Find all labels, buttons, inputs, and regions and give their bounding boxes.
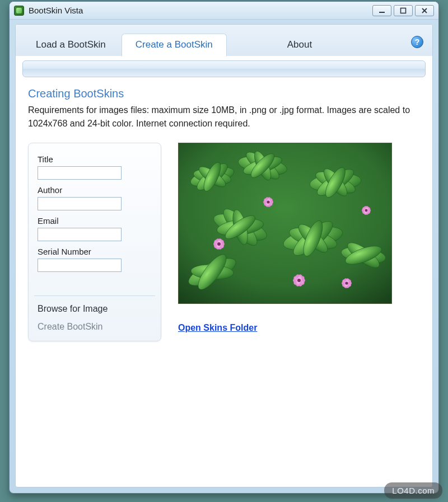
email-input[interactable] bbox=[38, 228, 122, 241]
email-label: Email bbox=[38, 216, 152, 226]
svg-point-47 bbox=[267, 200, 269, 203]
tab-load-bootskin[interactable]: Load a BootSkin bbox=[22, 34, 119, 56]
watermark: LO4D.com bbox=[384, 482, 442, 499]
columns: Title Author Email Serial Number Browse … bbox=[28, 143, 420, 341]
minimize-button[interactable] bbox=[372, 5, 391, 16]
preview-column: Open Skins Folder bbox=[178, 143, 420, 333]
preview-image-icon bbox=[179, 143, 392, 304]
create-bootskin-link[interactable]: Create BootSkin bbox=[29, 316, 161, 341]
svg-point-41 bbox=[217, 242, 221, 246]
section-title: Creating BootSkins bbox=[28, 87, 420, 100]
help-icon[interactable]: ? bbox=[411, 36, 423, 48]
minimize-icon bbox=[379, 7, 385, 14]
open-skins-folder-link[interactable]: Open Skins Folder bbox=[178, 323, 257, 333]
svg-rect-0 bbox=[379, 12, 385, 13]
form-card: Title Author Email Serial Number Browse … bbox=[28, 143, 161, 341]
tab-create-bootskin[interactable]: Create a BootSkin bbox=[122, 34, 227, 57]
svg-point-53 bbox=[297, 279, 301, 282]
author-label: Author bbox=[38, 185, 152, 195]
browse-for-image-link[interactable]: Browse for Image bbox=[29, 296, 161, 316]
title-label: Title bbox=[38, 154, 152, 164]
section-description: Requirements for images files: maximum s… bbox=[28, 104, 420, 130]
close-icon bbox=[421, 7, 428, 14]
app-icon bbox=[14, 6, 24, 16]
author-input[interactable] bbox=[38, 197, 122, 210]
toolbar-bar bbox=[22, 60, 426, 77]
tab-strip: Load a BootSkin Create a BootSkin About bbox=[16, 34, 432, 56]
window-title: BootSkin Vista bbox=[29, 6, 83, 15]
body-area: Creating BootSkins Requirements for imag… bbox=[16, 77, 432, 341]
close-button[interactable] bbox=[415, 5, 434, 16]
svg-rect-1 bbox=[401, 8, 406, 13]
svg-point-65 bbox=[365, 209, 368, 212]
maximize-button[interactable] bbox=[394, 5, 413, 16]
serial-label: Serial Number bbox=[38, 247, 152, 256]
maximize-icon bbox=[400, 7, 407, 14]
form-inner: Title Author Email Serial Number bbox=[29, 143, 161, 288]
tab-about[interactable]: About bbox=[274, 34, 325, 56]
title-input[interactable] bbox=[38, 166, 122, 180]
tab-area: Load a BootSkin Create a BootSkin About … bbox=[16, 25, 432, 56]
content-area: Load a BootSkin Create a BootSkin About … bbox=[15, 24, 433, 487]
title-bar[interactable]: BootSkin Vista bbox=[10, 2, 438, 20]
svg-point-59 bbox=[345, 282, 348, 284]
serial-input[interactable] bbox=[38, 259, 122, 272]
image-preview bbox=[178, 143, 392, 304]
window-frame: BootSkin Vista Load a BootSkin Create a … bbox=[9, 1, 439, 494]
